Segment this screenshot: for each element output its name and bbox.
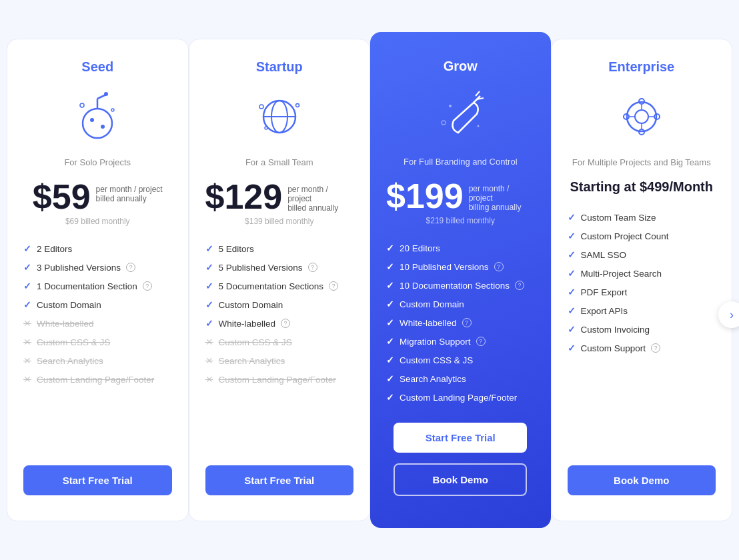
- plan-name-startup: Startup: [256, 59, 303, 75]
- feature-item: ✓5 Editors: [205, 239, 354, 258]
- check-icon: ✓: [205, 281, 213, 291]
- cross-icon: ✕: [205, 355, 213, 366]
- feature-item: ✓White-labelled?: [386, 313, 535, 332]
- check-icon: ✓: [386, 243, 394, 253]
- plan-icon-startup: [249, 87, 309, 147]
- info-icon[interactable]: ?: [281, 319, 290, 328]
- feature-item: ✓SAML SSO: [568, 245, 716, 264]
- feature-item-unavailable: ✕Custom CSS & JS: [205, 333, 354, 351]
- grow-demo-button[interactable]: Book Demo: [394, 463, 527, 496]
- check-icon: ✓: [568, 249, 576, 260]
- check-icon: ✓: [205, 318, 213, 329]
- feature-item: ✓Search Analytics: [386, 369, 535, 388]
- svg-point-13: [265, 127, 267, 129]
- feature-item: ✓Custom Invoicing: [568, 320, 716, 339]
- price-monthly-seed: $69 billed monthly: [65, 217, 130, 226]
- plan-tagline-startup: For a Small Team: [245, 157, 313, 167]
- feature-item: ✓Custom Landing Page/Footer: [386, 388, 535, 407]
- grow-buttons: Start Free Trial Book Demo: [386, 423, 535, 501]
- price-row-startup: $129 per month / project billed annually: [205, 179, 354, 214]
- svg-point-6: [80, 103, 84, 107]
- plan-name-enterprise: Enterprise: [608, 59, 674, 75]
- check-icon: ✓: [568, 287, 576, 297]
- cross-icon: ✕: [205, 337, 213, 347]
- svg-point-5: [104, 92, 108, 96]
- check-icon: ✓: [568, 268, 576, 279]
- check-icon: ✓: [386, 261, 394, 272]
- cross-icon: ✕: [23, 374, 31, 385]
- info-icon[interactable]: ?: [126, 263, 135, 272]
- check-icon: ✓: [386, 373, 394, 384]
- check-icon: ✓: [386, 280, 394, 291]
- info-icon[interactable]: ?: [651, 343, 660, 353]
- price-row-seed: $59 per month / project billed annually: [33, 179, 163, 214]
- info-icon[interactable]: ?: [308, 263, 317, 272]
- svg-point-12: [295, 104, 299, 107]
- feature-item: ✓5 Published Versions?: [205, 258, 354, 277]
- check-icon: ✓: [386, 355, 394, 365]
- check-icon: ✓: [386, 299, 394, 309]
- feature-item: ✓Custom Project Count: [568, 227, 716, 245]
- check-icon: ✓: [23, 281, 31, 291]
- svg-point-17: [449, 105, 452, 107]
- check-icon: ✓: [568, 305, 576, 316]
- price-details-seed: per month / project billed annually: [96, 179, 163, 203]
- features-list-enterprise: ✓Custom Team Size ✓Custom Project Count …: [568, 208, 716, 449]
- price-amount-startup: $129: [205, 179, 283, 214]
- cross-icon: ✕: [23, 355, 31, 366]
- features-list-startup: ✓5 Editors ✓5 Published Versions? ✓5 Doc…: [205, 239, 354, 449]
- info-icon[interactable]: ?: [329, 281, 338, 291]
- feature-item: ✓10 Documentation Sections?: [386, 276, 535, 295]
- scroll-right-button[interactable]: ›: [718, 301, 739, 328]
- check-icon: ✓: [568, 212, 576, 223]
- plan-tagline-seed: For Solo Projects: [64, 157, 131, 167]
- enterprise-price: Starting at $499/Month: [570, 179, 713, 195]
- info-icon[interactable]: ?: [143, 281, 152, 291]
- check-icon: ✓: [23, 299, 31, 310]
- features-list-grow: ✓20 Editors ✓10 Published Versions? ✓10 …: [386, 239, 535, 407]
- feature-item: ✓20 Editors: [386, 239, 535, 257]
- feature-item: ✓3 Published Versions?: [23, 258, 172, 277]
- info-icon[interactable]: ?: [494, 262, 504, 271]
- feature-item: ✓Multi-Project Search: [568, 264, 716, 283]
- plan-tagline-grow: For Full Branding and Control: [404, 157, 518, 167]
- check-icon: ✓: [386, 392, 394, 403]
- price-details-startup: per month / project billed annually: [287, 179, 353, 213]
- svg-point-11: [259, 105, 263, 109]
- svg-point-7: [111, 109, 114, 111]
- plan-card-enterprise: Enterprise For Multiple Projects and Big…: [551, 39, 733, 521]
- svg-point-1: [90, 118, 94, 122]
- feature-item-unavailable: ✕Search Analytics: [205, 351, 354, 370]
- svg-point-21: [635, 110, 648, 123]
- feature-item: ✓Custom Support?: [568, 339, 716, 357]
- feature-item: ✓5 Documentation Sections?: [205, 277, 354, 295]
- info-icon[interactable]: ?: [476, 337, 486, 346]
- feature-item-unavailable: ✕Search Analytics: [23, 351, 172, 370]
- info-icon[interactable]: ?: [515, 281, 524, 290]
- pricing-container: Seed For Solo Projects $59 per month / p…: [7, 39, 732, 521]
- grow-cta-button[interactable]: Start Free Trial: [394, 423, 527, 453]
- feature-item: ✓Export APIs: [568, 301, 716, 320]
- feature-item: ✓Custom CSS & JS: [386, 351, 535, 369]
- svg-point-18: [478, 125, 480, 127]
- feature-item: ✓10 Published Versions?: [386, 257, 535, 276]
- enterprise-cta-button[interactable]: Book Demo: [568, 465, 716, 495]
- feature-item-unavailable: ✕Custom CSS & JS: [23, 333, 172, 351]
- feature-item: ✓White-labelled?: [205, 314, 354, 333]
- plan-card-seed: Seed For Solo Projects $59 per month / p…: [7, 39, 189, 521]
- startup-cta-button[interactable]: Start Free Trial: [205, 465, 354, 495]
- check-icon: ✓: [205, 243, 213, 254]
- feature-item: ✓Custom Domain: [205, 295, 354, 314]
- plan-tagline-enterprise: For Multiple Projects and Big Teams: [572, 157, 711, 167]
- price-amount-grow: $199: [386, 179, 464, 213]
- feature-item-unavailable: ✕Custom Landing Page/Footer: [205, 370, 354, 389]
- info-icon[interactable]: ?: [462, 318, 472, 327]
- price-monthly-startup: $139 billed monthly: [245, 217, 313, 226]
- svg-point-0: [83, 109, 112, 138]
- svg-point-2: [101, 125, 105, 129]
- check-icon: ✓: [205, 299, 213, 310]
- feature-item: ✓Custom Domain: [23, 295, 172, 314]
- seed-cta-button[interactable]: Start Free Trial: [23, 465, 172, 495]
- feature-item: ✓Custom Team Size: [568, 208, 716, 227]
- plan-card-startup: Startup For a Small Team $129 per month …: [189, 39, 371, 521]
